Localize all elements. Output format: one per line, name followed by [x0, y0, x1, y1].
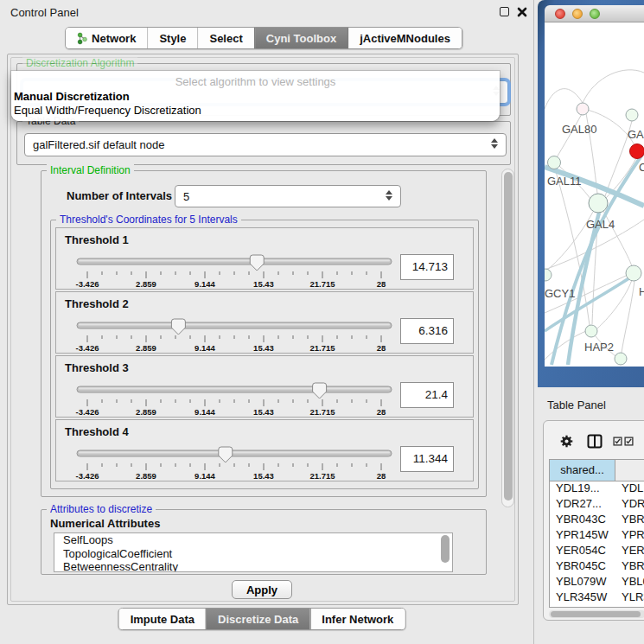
network-graph: GAL80GACGAL11GAL4GCY1HHAP2 [545, 22, 644, 367]
table-row[interactable]: YIL052CYIL0 [550, 606, 644, 608]
attribute-list-item[interactable]: SelfLoops [54, 533, 452, 547]
dropdown-option-equal-width-frequency[interactable]: Equal Width/Frequency Discretization [14, 104, 201, 117]
cell-shared-name[interactable]: YBL079W [550, 575, 615, 590]
network-node[interactable] [548, 156, 561, 169]
minimize-light-icon[interactable] [572, 9, 583, 19]
attribute-list-item[interactable]: BetweennessCentrality [54, 560, 452, 572]
group-title: Interval Definition [47, 164, 134, 176]
threshold-value-field[interactable]: 11.344 [400, 446, 454, 472]
threshold-slider[interactable]: -3.4262.8599.14415.4321.71528 [73, 251, 395, 290]
network-node-label: GAL80 [562, 123, 596, 136]
network-node-label: GA [628, 128, 644, 141]
threshold-value-field[interactable]: 21.4 [400, 382, 454, 408]
interval-definition-group: Interval Definition Number of Intervals … [41, 170, 487, 497]
cell-name[interactable]: YBR0 [615, 513, 644, 528]
threshold-row: Threshold 4 -3.4262.8599.14415.4321.7152… [55, 419, 474, 481]
cell-name[interactable]: YLR3 [615, 590, 644, 606]
table-hscrollbar[interactable] [549, 610, 644, 618]
table-row[interactable]: YER054CYER0 [550, 544, 644, 559]
table-row[interactable]: YLR345WYLR3 [550, 590, 644, 606]
cell-shared-name[interactable]: YLR345W [550, 590, 615, 606]
tab-select[interactable]: Select [197, 28, 253, 48]
table-row[interactable]: YPR145WYPR1 [550, 528, 644, 544]
network-node-label: C [639, 161, 644, 174]
cell-name[interactable]: YDR2 [615, 497, 644, 513]
settings-gear-icon[interactable] [559, 434, 574, 449]
checkbox-icon[interactable] [613, 437, 622, 446]
network-canvas[interactable]: GAL80GACGAL11GAL4GCY1HHAP2 [545, 22, 644, 367]
svg-text:28: 28 [377, 407, 386, 417]
cell-shared-name[interactable]: YDR27... [550, 497, 615, 513]
node-attribute-table[interactable]: shared... n YDL19...YDL1YDR27...YDR2YBR0… [549, 459, 644, 608]
cell-shared-name[interactable]: YBR045C [550, 559, 615, 575]
checkbox-icon[interactable] [624, 437, 634, 446]
table-row[interactable]: YDL19...YDL1 [550, 481, 644, 497]
apply-button[interactable]: Apply [232, 580, 292, 599]
threshold-slider[interactable]: -3.4262.8599.14415.4321.71528 [73, 379, 395, 418]
scrollbar-thumb[interactable] [504, 172, 513, 501]
dropdown-option-manual-discretization[interactable]: Manual Discretization [14, 90, 130, 103]
network-node[interactable] [626, 265, 641, 281]
num-intervals-combobox[interactable]: 5 [175, 185, 401, 207]
tab-jactivemnodules[interactable]: jActiveMNodules [348, 28, 462, 48]
tab-impute-data[interactable]: Impute Data [119, 609, 206, 629]
table-row[interactable]: YBR043CYBR0 [550, 513, 644, 528]
cell-shared-name[interactable]: YIL052C [550, 606, 615, 608]
tab-style[interactable]: Style [147, 28, 197, 48]
tab-cyni-toolbox[interactable]: Cyni Toolbox [254, 28, 348, 48]
threshold-value-field[interactable]: 14.713 [400, 254, 454, 280]
network-node[interactable] [589, 194, 608, 213]
cell-name[interactable]: YDL1 [615, 481, 644, 497]
cell-name[interactable]: YPR1 [615, 528, 644, 544]
threshold-slider[interactable]: -3.4262.8599.14415.4321.71528 [73, 443, 395, 482]
svg-text:15.43: 15.43 [253, 471, 274, 481]
table-row[interactable]: YBR045CYBR0 [550, 559, 644, 575]
network-node[interactable] [545, 269, 552, 281]
tab-infer-network[interactable]: Infer Network [309, 609, 405, 629]
cell-name[interactable]: YER0 [615, 544, 644, 559]
bottom-tab-bar: Impute Data Discretize Data Infer Networ… [118, 608, 406, 630]
cell-name[interactable]: YIL0 [615, 606, 644, 608]
float-window-icon[interactable] [500, 7, 509, 16]
list-scrollbar[interactable] [441, 535, 450, 563]
svg-text:-3.426: -3.426 [76, 279, 99, 289]
tab-label: Cyni Toolbox [266, 32, 336, 45]
cell-shared-name[interactable]: YPR145W [550, 528, 615, 544]
numerical-attributes-label: Numerical Attributes [50, 517, 160, 530]
cell-shared-name[interactable]: YDL19... [550, 481, 615, 497]
split-view-icon[interactable] [587, 434, 603, 449]
threshold-value-field[interactable]: 6.316 [400, 318, 454, 344]
table-row[interactable]: YBL079WYBL0 [550, 575, 644, 590]
svg-text:21.715: 21.715 [309, 279, 335, 289]
svg-text:28: 28 [377, 279, 386, 289]
attribute-list-item[interactable]: TopologicalCoefficient [54, 547, 452, 561]
threshold-row: Threshold 1 -3.4262.8599.14415.4321.7152… [55, 227, 474, 290]
network-node[interactable] [630, 144, 644, 159]
network-node[interactable] [626, 109, 638, 121]
tab-network[interactable]: Network [66, 28, 147, 48]
panel-title: Control Panel [10, 6, 79, 19]
cell-shared-name[interactable]: YER054C [550, 544, 615, 559]
cell-shared-name[interactable]: YBR043C [550, 513, 615, 528]
numerical-attributes-list[interactable]: SelfLoopsTopologicalCoefficientBetweenne… [54, 532, 453, 572]
network-window-titlebar[interactable] [545, 5, 644, 22]
table-row[interactable]: YDR27...YDR2 [550, 497, 644, 513]
network-node[interactable] [615, 353, 627, 365]
tab-label: Discretize Data [218, 613, 298, 626]
svg-text:9.144: 9.144 [194, 471, 215, 481]
zoom-light-icon[interactable] [590, 9, 600, 19]
network-view-window[interactable]: GAL80GACGAL11GAL4GCY1HHAP2 [538, 0, 644, 387]
tab-discretize-data[interactable]: Discretize Data [206, 609, 309, 629]
close-light-icon[interactable] [555, 9, 565, 19]
close-icon[interactable] [517, 7, 527, 17]
cell-name[interactable]: YBL0 [615, 575, 644, 590]
panel-scrollbar[interactable] [501, 169, 514, 507]
threshold-slider[interactable]: -3.4262.8599.14415.4321.71528 [73, 315, 395, 354]
table-data-combobox[interactable]: galFiltered.sif default node [24, 133, 507, 156]
scrollbar-thumb[interactable] [551, 611, 641, 617]
network-node[interactable] [577, 103, 589, 115]
column-header-name[interactable]: n [615, 460, 644, 481]
column-header-shared-name[interactable]: shared... [550, 460, 615, 481]
cell-name[interactable]: YBR0 [615, 559, 644, 575]
network-node[interactable] [585, 325, 597, 337]
